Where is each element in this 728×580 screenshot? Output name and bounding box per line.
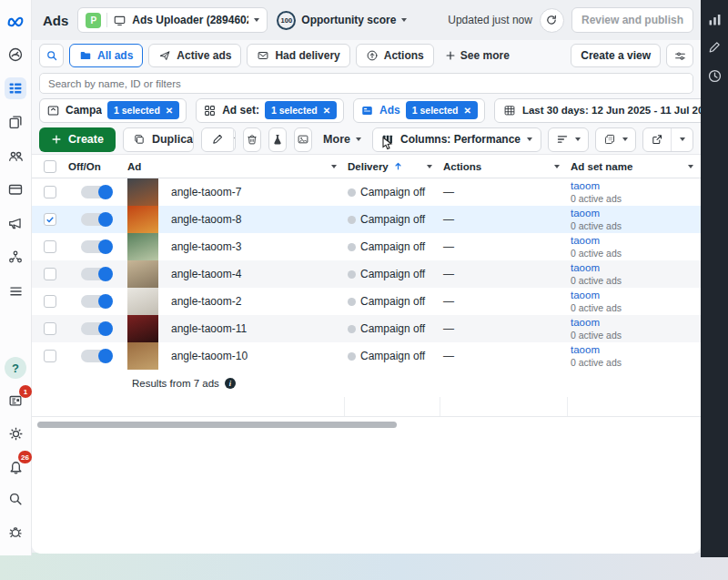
- scrollbar-thumb[interactable]: [37, 422, 397, 428]
- ad-set-link[interactable]: taoom: [571, 207, 622, 219]
- view-settings-button[interactable]: [666, 44, 693, 67]
- see-more-button[interactable]: See more: [440, 49, 515, 62]
- tab-all-ads[interactable]: All ads: [69, 44, 143, 67]
- row-checkbox[interactable]: [44, 186, 56, 198]
- columns-button[interactable]: Columns: Performance: [372, 127, 541, 152]
- meta-logo[interactable]: [5, 10, 26, 32]
- pages-icon[interactable]: [5, 111, 26, 133]
- close-icon[interactable]: ✕: [323, 106, 330, 116]
- ad-name[interactable]: angle-taoom-4: [164, 268, 241, 280]
- ads-selected-chip[interactable]: 1 selected ✕: [406, 101, 478, 119]
- ad-name[interactable]: angle-taoom-10: [164, 350, 248, 362]
- more-button[interactable]: More: [319, 133, 365, 146]
- report-bug-icon[interactable]: [5, 521, 26, 543]
- all-tools-icon[interactable]: [5, 280, 26, 301]
- edit-pencil-icon[interactable]: [704, 37, 724, 57]
- row-checkbox[interactable]: [44, 213, 56, 226]
- off-on-toggle[interactable]: [81, 240, 112, 253]
- row-checkbox[interactable]: [44, 240, 56, 253]
- table-row[interactable]: angle-taoom-2 Campaign off — taoom 0 act…: [32, 288, 701, 315]
- edit-button[interactable]: [202, 128, 233, 151]
- results-count: Results from 7 ads: [132, 378, 219, 389]
- tab-active-ads[interactable]: Active ads: [148, 44, 241, 67]
- create-button[interactable]: Create: [39, 127, 116, 152]
- ad-set-link[interactable]: taoom: [571, 289, 622, 301]
- ad-name[interactable]: angle-taoom-3: [164, 240, 241, 253]
- audiences-icon[interactable]: [5, 145, 26, 167]
- header-delivery[interactable]: Delivery: [344, 161, 440, 172]
- edit-dropdown[interactable]: [233, 128, 236, 151]
- level-ads[interactable]: Ads 1 selected ✕: [353, 98, 485, 123]
- off-on-toggle[interactable]: [81, 350, 112, 362]
- ab-test-button[interactable]: [268, 127, 287, 152]
- export-media-button[interactable]: [294, 127, 312, 152]
- ad-set-link[interactable]: taoom: [571, 179, 622, 192]
- table-row[interactable]: angle-taoom-8 Campaign off — taoom 0 act…: [32, 206, 701, 233]
- ad-name[interactable]: angle-taoom-8: [164, 213, 241, 226]
- history-clock-icon[interactable]: [704, 66, 724, 86]
- ad-set-link[interactable]: taoom: [571, 316, 622, 329]
- create-a-view-button[interactable]: Create a view: [571, 44, 661, 67]
- account-selector[interactable]: P Ads Uploader (28946026...: [77, 7, 268, 33]
- adset-selected-chip[interactable]: 1 selected ✕: [265, 101, 337, 119]
- row-checkbox[interactable]: [44, 350, 56, 362]
- off-on-toggle[interactable]: [81, 186, 112, 198]
- refresh-button[interactable]: [540, 8, 564, 33]
- delete-button[interactable]: [243, 127, 261, 152]
- ad-set-link[interactable]: taoom: [571, 343, 622, 356]
- header-ad[interactable]: Ad: [127, 161, 344, 172]
- off-on-toggle[interactable]: [81, 213, 112, 226]
- table-row[interactable]: angle-taoom-3 Campaign off — taoom 0 act…: [32, 233, 701, 260]
- close-icon[interactable]: ✕: [464, 106, 471, 116]
- insights-chart-icon[interactable]: [704, 9, 724, 29]
- ad-set-link[interactable]: taoom: [571, 261, 622, 274]
- row-checkbox[interactable]: [44, 322, 56, 335]
- ad-name[interactable]: angle-taoom-2: [164, 295, 241, 308]
- ad-name[interactable]: angle-taoom-7: [164, 186, 241, 198]
- ad-center-icon[interactable]: [5, 44, 26, 66]
- search-tab-button[interactable]: [39, 44, 64, 67]
- off-on-toggle[interactable]: [81, 295, 112, 308]
- table-row[interactable]: angle-taoom-4 Campaign off — taoom 0 act…: [32, 260, 701, 288]
- notifications-icon[interactable]: 26: [5, 455, 26, 477]
- off-on-toggle[interactable]: [81, 322, 112, 335]
- table-empty-area: [32, 397, 701, 417]
- row-checkbox[interactable]: [44, 268, 56, 280]
- table-row[interactable]: angle-taoom-7 Campaign off — taoom 0 act…: [32, 178, 701, 206]
- review-publish-button[interactable]: Review and publish: [571, 7, 693, 33]
- promote-icon[interactable]: [5, 212, 26, 234]
- opportunity-score[interactable]: 100 Opportunity score: [277, 11, 407, 30]
- global-search-icon[interactable]: [5, 488, 26, 510]
- help-icon[interactable]: ?: [5, 357, 26, 379]
- reports-button[interactable]: [595, 127, 636, 152]
- table-row[interactable]: angle-taoom-11 Campaign off — taoom 0 ac…: [32, 315, 701, 342]
- export-dropdown[interactable]: [671, 128, 693, 151]
- search-input[interactable]: [39, 73, 693, 94]
- level-adsets[interactable]: Ad set: 1 selected ✕: [196, 98, 344, 123]
- tab-had-delivery[interactable]: Had delivery: [247, 44, 349, 67]
- date-range-button[interactable]: Last 30 days: 12 Jun 2025 - 11 Jul 2025: [494, 98, 701, 123]
- billing-icon[interactable]: [5, 178, 26, 200]
- breakdown-button[interactable]: [548, 127, 589, 152]
- row-checkbox[interactable]: [44, 295, 56, 308]
- table-row[interactable]: angle-taoom-10 Campaign off — taoom 0 ac…: [32, 342, 701, 370]
- tab-actions[interactable]: Actions: [356, 44, 434, 67]
- header-ad-set-name[interactable]: Ad set name: [567, 161, 701, 172]
- close-icon[interactable]: ✕: [166, 106, 173, 116]
- campaign-selected-chip[interactable]: 1 selected ✕: [107, 101, 179, 119]
- ad-set-link[interactable]: taoom: [571, 234, 622, 247]
- ads-manager-icon[interactable]: [5, 77, 26, 99]
- header-off-on[interactable]: Off/On: [68, 161, 127, 172]
- business-assets-icon[interactable]: [5, 246, 26, 268]
- select-all-checkbox[interactable]: [44, 160, 56, 173]
- settings-icon[interactable]: [5, 422, 26, 444]
- export-button[interactable]: [643, 128, 671, 151]
- level-campaigns[interactable]: Campa 1 selected ✕: [39, 98, 187, 123]
- header-actions[interactable]: Actions: [440, 161, 567, 172]
- off-on-toggle[interactable]: [81, 268, 112, 280]
- delivery-status: Campaign off: [360, 240, 425, 253]
- duplicate-button[interactable]: Duplicate: [124, 128, 194, 151]
- info-icon[interactable]: i: [225, 378, 236, 389]
- ad-name[interactable]: angle-taoom-11: [164, 322, 247, 335]
- whats-new-icon[interactable]: 1: [5, 390, 26, 412]
